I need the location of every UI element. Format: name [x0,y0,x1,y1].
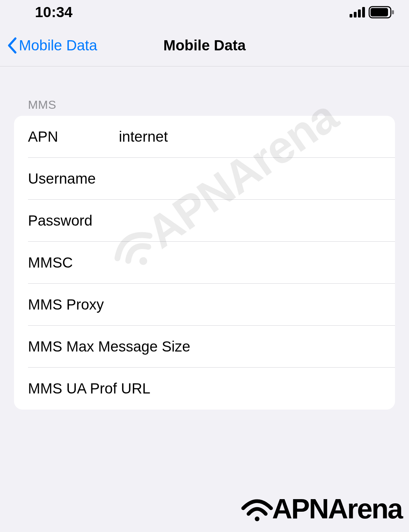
svg-rect-6 [392,10,394,14]
back-label: Mobile Data [19,37,97,54]
svg-rect-2 [358,9,361,17]
signal-icon [350,7,366,17]
mms-proxy-input[interactable] [125,296,381,313]
row-label: Password [28,212,92,229]
status-icons [350,6,395,19]
settings-row-mmsc[interactable]: MMSC [14,242,395,284]
footer-text: APNArena [272,493,402,525]
apn-input[interactable] [119,128,381,145]
settings-row-mms-ua-prof[interactable]: MMS UA Prof URL [14,368,395,410]
chevron-left-icon [7,37,17,54]
settings-row-apn[interactable]: APN [14,116,395,158]
svg-rect-3 [362,7,365,17]
settings-row-mms-max-size[interactable]: MMS Max Message Size [14,326,395,368]
battery-icon [368,6,395,19]
status-time: 10:34 [35,4,72,21]
section-header-mms: MMS [14,98,395,116]
row-label: APN [28,128,98,145]
back-button[interactable]: Mobile Data [7,37,97,54]
username-input[interactable] [117,170,381,187]
mmsc-input[interactable] [94,254,381,271]
row-label: Username [28,170,96,187]
svg-rect-5 [371,8,388,16]
password-input[interactable] [113,212,381,229]
row-label: MMS Proxy [28,296,104,313]
settings-row-mms-proxy[interactable]: MMS Proxy [14,284,395,326]
mms-max-size-input[interactable] [211,338,395,355]
row-label: MMS UA Prof URL [28,380,150,397]
settings-row-password[interactable]: Password [14,200,395,242]
settings-row-username[interactable]: Username [14,158,395,200]
settings-group: APN Username Password MMSC MMS Proxy MMS… [14,116,395,410]
footer-logo: APNArena [241,493,402,525]
wifi-icon [241,495,274,523]
nav-bar: Mobile Data Mobile Data [0,24,409,66]
svg-rect-0 [350,14,352,17]
status-bar: 10:34 [0,0,409,24]
row-label: MMSC [28,254,73,271]
page-title: Mobile Data [163,37,246,54]
content: MMS APN Username Password MMSC MMS Proxy [0,66,409,410]
mms-ua-prof-input[interactable] [171,380,381,397]
row-label: MMS Max Message Size [28,338,190,355]
svg-point-8 [255,517,259,521]
svg-rect-1 [354,12,357,17]
